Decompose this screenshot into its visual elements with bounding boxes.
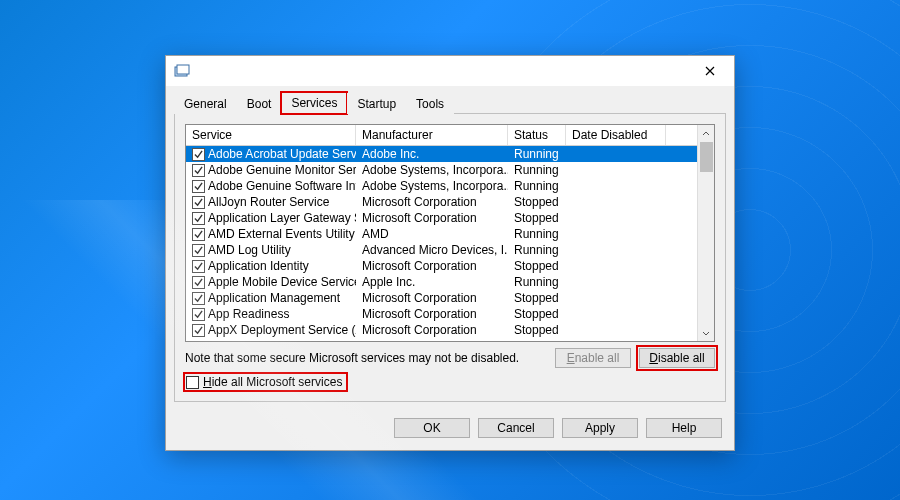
scroll-down-button[interactable] xyxy=(698,324,714,341)
manufacturer: Microsoft Corporation xyxy=(356,323,508,337)
checkbox-icon[interactable] xyxy=(192,308,205,321)
list-header: Service Manufacturer Status Date Disable… xyxy=(186,125,714,146)
status: Running xyxy=(508,179,566,193)
manufacturer: Apple Inc. xyxy=(356,275,508,289)
note-text: Note that some secure Microsoft services… xyxy=(185,351,547,365)
service-name: Adobe Genuine Software Integri... xyxy=(208,179,356,193)
scroll-thumb[interactable] xyxy=(700,142,713,172)
svg-rect-1 xyxy=(177,65,189,74)
table-row[interactable]: AppX Deployment Service (AppX...Microsof… xyxy=(186,322,714,338)
table-row[interactable]: App ReadinessMicrosoft CorporationStoppe… xyxy=(186,306,714,322)
table-row[interactable]: Application ManagementMicrosoft Corporat… xyxy=(186,290,714,306)
status: Running xyxy=(508,227,566,241)
status: Stopped xyxy=(508,307,566,321)
table-row[interactable]: AMD Log UtilityAdvanced Micro Devices, I… xyxy=(186,242,714,258)
status: Stopped xyxy=(508,211,566,225)
scroll-up-button[interactable] xyxy=(698,125,714,142)
checkbox-icon[interactable] xyxy=(192,228,205,241)
service-name: Adobe Acrobat Update Service xyxy=(208,147,356,161)
checkbox-icon[interactable] xyxy=(192,164,205,177)
table-row[interactable]: Adobe Acrobat Update ServiceAdobe Inc.Ru… xyxy=(186,146,714,162)
tab-tools[interactable]: Tools xyxy=(406,93,454,114)
col-status[interactable]: Status xyxy=(508,125,566,145)
tab-services[interactable]: Services xyxy=(281,92,347,114)
status: Running xyxy=(508,147,566,161)
close-button[interactable] xyxy=(690,56,730,86)
manufacturer: Adobe Systems, Incorpora... xyxy=(356,163,508,177)
manufacturer: Microsoft Corporation xyxy=(356,307,508,321)
tab-startup[interactable]: Startup xyxy=(347,93,406,114)
service-name: Adobe Genuine Monitor Service xyxy=(208,163,356,177)
checkbox-icon[interactable] xyxy=(192,292,205,305)
app-icon xyxy=(174,63,190,79)
checkbox-icon[interactable] xyxy=(192,196,205,209)
status: Running xyxy=(508,275,566,289)
status: Stopped xyxy=(508,291,566,305)
checkbox-icon[interactable] xyxy=(192,180,205,193)
checkbox-icon xyxy=(186,376,199,389)
manufacturer: Advanced Micro Devices, I... xyxy=(356,243,508,257)
manufacturer: Microsoft Corporation xyxy=(356,291,508,305)
table-row[interactable]: Application IdentityMicrosoft Corporatio… xyxy=(186,258,714,274)
checkbox-icon[interactable] xyxy=(192,260,205,273)
table-row[interactable]: AllJoyn Router ServiceMicrosoft Corporat… xyxy=(186,194,714,210)
service-name: Application Layer Gateway Service xyxy=(208,211,356,225)
table-row[interactable]: Adobe Genuine Software Integri...Adobe S… xyxy=(186,178,714,194)
col-manufacturer[interactable]: Manufacturer xyxy=(356,125,508,145)
manufacturer: Microsoft Corporation xyxy=(356,195,508,209)
apply-button[interactable]: Apply xyxy=(562,418,638,438)
dialog-buttons: OK Cancel Apply Help xyxy=(166,410,734,450)
enable-all-button: Enable all xyxy=(555,348,631,368)
msconfig-dialog: General Boot Services Startup Tools Serv… xyxy=(165,55,735,451)
table-row[interactable]: Application Layer Gateway ServiceMicroso… xyxy=(186,210,714,226)
manufacturer: Microsoft Corporation xyxy=(356,259,508,273)
service-name: AppX Deployment Service (AppX... xyxy=(208,323,356,337)
checkbox-icon[interactable] xyxy=(192,324,205,337)
tab-general[interactable]: General xyxy=(174,93,237,114)
ok-button[interactable]: OK xyxy=(394,418,470,438)
hide-microsoft-checkbox[interactable]: Hide all Microsoft services xyxy=(185,374,346,390)
status: Stopped xyxy=(508,195,566,209)
table-row[interactable]: AMD External Events UtilityAMDRunning xyxy=(186,226,714,242)
tab-boot[interactable]: Boot xyxy=(237,93,282,114)
manufacturer: Adobe Inc. xyxy=(356,147,508,161)
service-name: AllJoyn Router Service xyxy=(208,195,329,209)
help-button[interactable]: Help xyxy=(646,418,722,438)
tab-strip: General Boot Services Startup Tools xyxy=(174,92,726,114)
checkbox-icon[interactable] xyxy=(192,244,205,257)
manufacturer: AMD xyxy=(356,227,508,241)
checkbox-icon[interactable] xyxy=(192,212,205,225)
manufacturer: Microsoft Corporation xyxy=(356,211,508,225)
service-name: Apple Mobile Device Service xyxy=(208,275,356,289)
col-date-disabled[interactable]: Date Disabled xyxy=(566,125,666,145)
service-name: Application Identity xyxy=(208,259,309,273)
table-row[interactable]: Adobe Genuine Monitor ServiceAdobe Syste… xyxy=(186,162,714,178)
services-list[interactable]: Service Manufacturer Status Date Disable… xyxy=(185,124,715,342)
status: Running xyxy=(508,243,566,257)
service-name: AMD External Events Utility xyxy=(208,227,355,241)
disable-all-button[interactable]: Disable all xyxy=(639,348,715,368)
status: Stopped xyxy=(508,323,566,337)
cancel-button[interactable]: Cancel xyxy=(478,418,554,438)
status: Stopped xyxy=(508,259,566,273)
scrollbar[interactable] xyxy=(697,125,714,341)
col-service[interactable]: Service xyxy=(186,125,356,145)
service-name: AMD Log Utility xyxy=(208,243,291,257)
checkbox-icon[interactable] xyxy=(192,276,205,289)
status: Running xyxy=(508,163,566,177)
checkbox-icon[interactable] xyxy=(192,148,205,161)
titlebar[interactable] xyxy=(166,56,734,86)
service-name: App Readiness xyxy=(208,307,289,321)
services-panel: Service Manufacturer Status Date Disable… xyxy=(174,114,726,402)
manufacturer: Adobe Systems, Incorpora... xyxy=(356,179,508,193)
table-row[interactable]: Apple Mobile Device ServiceApple Inc.Run… xyxy=(186,274,714,290)
service-name: Application Management xyxy=(208,291,340,305)
